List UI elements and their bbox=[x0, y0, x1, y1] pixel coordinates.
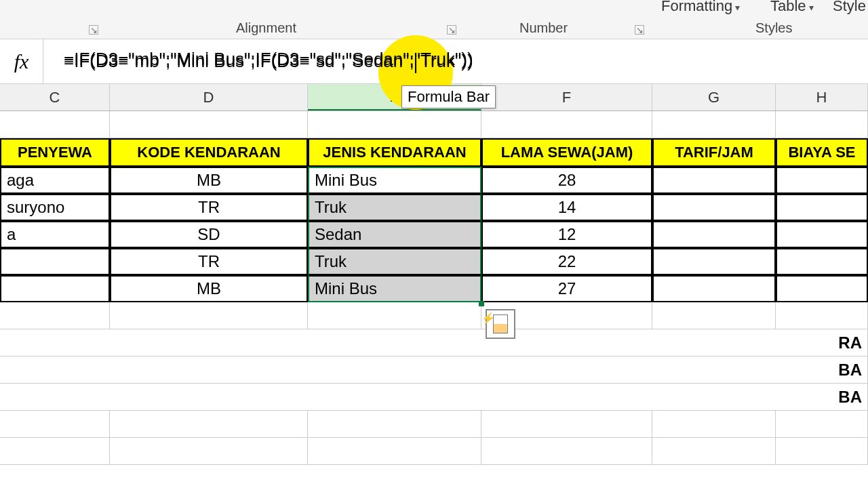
dialog-launcher-icon[interactable]: ↘ bbox=[447, 25, 456, 35]
cell-tarif[interactable] bbox=[652, 167, 776, 194]
cell[interactable] bbox=[652, 111, 776, 138]
cell[interactable] bbox=[308, 384, 481, 411]
text-caret bbox=[415, 54, 416, 73]
cell[interactable] bbox=[308, 438, 481, 465]
cell[interactable] bbox=[110, 329, 308, 357]
cell[interactable] bbox=[652, 329, 776, 357]
cell-biaya[interactable] bbox=[776, 194, 868, 221]
cell[interactable] bbox=[110, 384, 308, 411]
formula-bar: fx bbox=[0, 39, 868, 84]
cell[interactable] bbox=[110, 411, 308, 438]
cell-lama[interactable]: 12 bbox=[481, 221, 652, 248]
spreadsheet-grid[interactable]: PENYEWA KODE KENDARAAN JENIS KENDARAAN L… bbox=[0, 111, 868, 465]
cell-biaya[interactable] bbox=[776, 275, 868, 302]
col-header-g[interactable]: G bbox=[652, 84, 776, 110]
cell[interactable] bbox=[652, 411, 776, 438]
cell[interactable] bbox=[481, 357, 652, 384]
cell[interactable] bbox=[110, 357, 308, 384]
cell-lama[interactable]: 14 bbox=[481, 194, 652, 221]
cell[interactable] bbox=[481, 411, 652, 438]
ribbon-formatting[interactable]: Formatting▾ bbox=[661, 0, 740, 15]
cell[interactable] bbox=[652, 357, 776, 384]
cell[interactable] bbox=[110, 302, 308, 329]
header-lama[interactable]: LAMA SEWA(JAM) bbox=[481, 138, 652, 167]
cell[interactable] bbox=[308, 111, 481, 138]
cell-kode[interactable]: TR bbox=[110, 248, 308, 275]
cell[interactable] bbox=[0, 411, 110, 438]
header-jenis[interactable]: JENIS KENDARAAN bbox=[308, 138, 481, 167]
cell-biaya[interactable] bbox=[776, 221, 868, 248]
cell-jenis[interactable]: Truk bbox=[308, 194, 481, 221]
cell[interactable] bbox=[776, 302, 868, 329]
cell-tarif[interactable] bbox=[652, 248, 776, 275]
cell-jenis[interactable]: Mini Bus bbox=[308, 275, 481, 302]
cell-kode[interactable]: MB bbox=[110, 275, 308, 302]
cell-jenis[interactable]: Truk bbox=[308, 248, 481, 275]
ribbon-style[interactable]: Style bbox=[833, 0, 866, 15]
header-penyewa[interactable]: PENYEWA bbox=[0, 138, 110, 167]
header-biaya[interactable]: BIAYA SE bbox=[776, 138, 868, 167]
cell-jenis[interactable]: Mini Bus bbox=[308, 167, 481, 194]
cell[interactable] bbox=[0, 302, 110, 329]
footer-ra[interactable]: RA bbox=[776, 329, 868, 357]
cell-tarif[interactable] bbox=[652, 275, 776, 302]
cell-penyewa[interactable] bbox=[0, 248, 110, 275]
cell-penyewa[interactable]: suryono bbox=[0, 194, 110, 221]
cell-penyewa[interactable] bbox=[0, 275, 110, 302]
cell-lama[interactable]: 28 bbox=[481, 167, 652, 194]
cell[interactable] bbox=[308, 329, 481, 357]
ribbon-table[interactable]: Table▾ bbox=[770, 0, 814, 15]
clipboard-icon bbox=[493, 314, 508, 333]
cell-lama[interactable]: 22 bbox=[481, 248, 652, 275]
formula-bar-tooltip: Formula Bar bbox=[401, 85, 496, 108]
col-header-f[interactable]: F bbox=[481, 84, 652, 110]
cell[interactable] bbox=[652, 438, 776, 465]
col-header-h[interactable]: H bbox=[776, 84, 868, 110]
cell-kode[interactable]: TR bbox=[110, 194, 308, 221]
fill-handle[interactable] bbox=[479, 301, 484, 306]
cell-kode[interactable]: SD bbox=[110, 221, 308, 248]
col-header-c[interactable]: C bbox=[0, 84, 110, 110]
col-header-d[interactable]: D bbox=[110, 84, 308, 110]
cell[interactable] bbox=[110, 438, 308, 465]
ribbon-group-alignment: Alignment bbox=[236, 20, 296, 36]
dialog-launcher-icon[interactable]: ↘ bbox=[89, 25, 98, 35]
cell-tarif[interactable] bbox=[652, 221, 776, 248]
cell[interactable] bbox=[481, 384, 652, 411]
footer-b2[interactable]: BA bbox=[776, 384, 868, 411]
cell[interactable] bbox=[308, 411, 481, 438]
cell[interactable] bbox=[0, 438, 110, 465]
cell-biaya[interactable] bbox=[776, 167, 868, 194]
ribbon-group-row: Formatting▾ Table▾ Style ↘ Alignment ↘ N… bbox=[0, 0, 868, 39]
formula-input[interactable] bbox=[43, 39, 868, 83]
cell[interactable] bbox=[652, 302, 776, 329]
cell[interactable] bbox=[0, 111, 110, 138]
cell[interactable] bbox=[776, 411, 868, 438]
ribbon-group-styles: Styles bbox=[755, 20, 792, 36]
dialog-launcher-icon[interactable]: ↘ bbox=[635, 25, 644, 35]
footer-b1[interactable]: BA bbox=[776, 357, 868, 384]
fx-button[interactable]: fx bbox=[0, 39, 43, 83]
cell-biaya[interactable] bbox=[776, 248, 868, 275]
cell[interactable] bbox=[0, 357, 110, 384]
cell-penyewa[interactable]: aga bbox=[0, 167, 110, 194]
cell[interactable] bbox=[776, 111, 868, 138]
cell-tarif[interactable] bbox=[652, 194, 776, 221]
cell[interactable] bbox=[308, 302, 481, 329]
cell[interactable] bbox=[776, 438, 868, 465]
cell-lama[interactable]: 27 bbox=[481, 275, 652, 302]
cell[interactable] bbox=[110, 111, 308, 138]
ribbon-group-number: Number bbox=[519, 20, 568, 36]
cell[interactable] bbox=[308, 357, 481, 384]
cell-jenis[interactable]: Sedan bbox=[308, 221, 481, 248]
header-kode[interactable]: KODE KENDARAAN bbox=[110, 138, 308, 167]
cell[interactable] bbox=[481, 111, 652, 138]
cell-kode[interactable]: MB bbox=[110, 167, 308, 194]
cell[interactable] bbox=[0, 384, 110, 411]
cell[interactable] bbox=[481, 438, 652, 465]
cell[interactable] bbox=[652, 384, 776, 411]
cell[interactable] bbox=[0, 329, 110, 357]
autofill-options-button[interactable]: ⚡ bbox=[486, 309, 515, 339]
header-tarif[interactable]: TARIF/JAM bbox=[652, 138, 776, 167]
cell-penyewa[interactable]: a bbox=[0, 221, 110, 248]
